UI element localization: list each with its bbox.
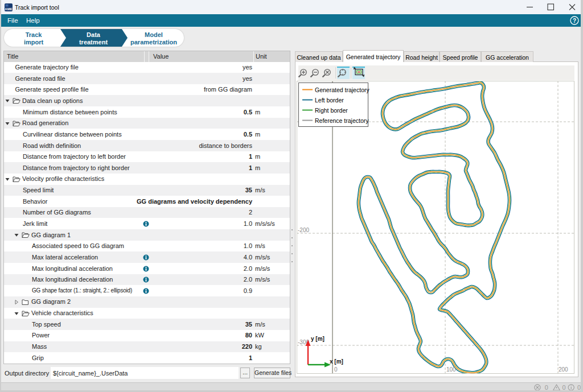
svg-text:-200: -200 <box>298 227 309 233</box>
svg-text:x [m]: x [m] <box>330 358 343 365</box>
svg-text:100: 100 <box>446 366 456 373</box>
svg-text:200: 200 <box>559 366 568 373</box>
svg-text:y [m]: y [m] <box>311 336 325 342</box>
svg-text:0: 0 <box>334 366 338 373</box>
